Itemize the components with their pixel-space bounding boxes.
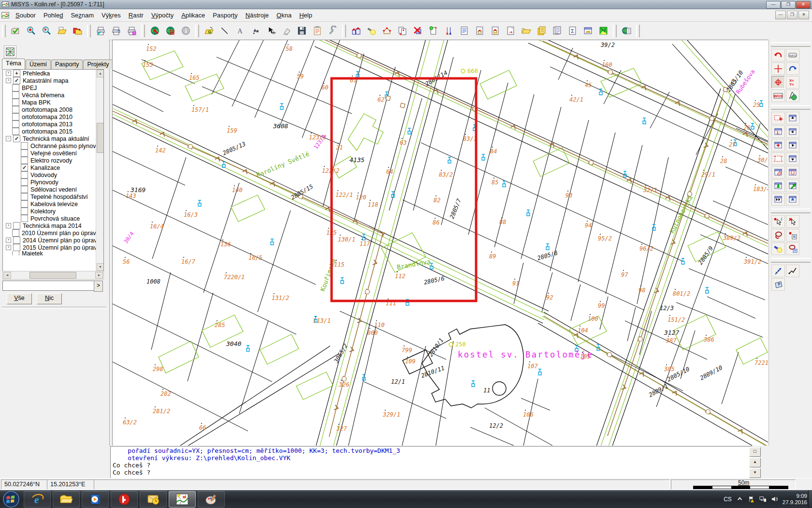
select-info-button[interactable]: i	[771, 215, 785, 228]
highlight-button[interactable]	[364, 24, 378, 38]
layer-row-elektro-rozvody[interactable]: Elektro rozvody	[3, 157, 96, 164]
layer-row-mapa-bpk[interactable]: Mapa BPK	[3, 99, 96, 106]
layer-checkbox[interactable]	[12, 251, 19, 255]
tree-vertical-scrollbar[interactable]: ▲ ▼	[96, 70, 103, 271]
layer-checkbox[interactable]	[12, 113, 19, 120]
redo-button[interactable]	[786, 62, 799, 75]
info-box-button[interactable]: INFO	[786, 49, 799, 61]
taskbar-clock[interactable]: 9:09 27.9.2016	[783, 493, 807, 506]
flash-view-button[interactable]	[771, 152, 785, 165]
layer-row-katastr-ln-mapa[interactable]: +✓Katastrální mapa	[3, 77, 96, 84]
tree-expander-icon[interactable]: +	[6, 71, 11, 76]
open-drawing-button[interactable]	[55, 24, 69, 38]
layer-row-ve-ejn-osv-tlen-[interactable]: Veřejné osvětlení	[3, 149, 96, 157]
open-project-button[interactable]	[8, 24, 23, 38]
clipboard-button[interactable]	[310, 24, 324, 38]
parcel-stamp-button[interactable]: P	[771, 278, 785, 291]
tree-view-button[interactable]	[771, 179, 785, 192]
center-target-button[interactable]	[771, 76, 785, 89]
hidden-icons-icon[interactable]	[736, 495, 743, 503]
command-console[interactable]: pořadí souřadnic=YX; přesnost=cm; měřítk…	[110, 446, 752, 478]
print-draw-button[interactable]	[93, 24, 108, 38]
globe-grid-button[interactable]	[163, 24, 177, 38]
erase-button[interactable]	[279, 24, 293, 38]
tree-expander-icon[interactable]: +	[6, 223, 11, 228]
layer-row-ortofotomapa-2008[interactable]: ortofotomapa 2008	[3, 106, 96, 113]
layer-checkbox[interactable]	[12, 229, 19, 237]
layer-tree[interactable]: ++Přehledka+✓Katastrální mapaBPEJVěcná b…	[2, 69, 104, 271]
menu-v-po-ty[interactable]: Výpočty	[147, 10, 177, 20]
console-scroll-up[interactable]: ▲	[749, 458, 761, 467]
up-view-button[interactable]	[786, 193, 799, 206]
taskbar-outlook-button[interactable]	[140, 491, 167, 508]
layer-row-technick-mapa-2014[interactable]: +Technická mapa 2014	[3, 222, 96, 229]
menu-rastr[interactable]: Rastr	[125, 10, 147, 20]
flash-select-button[interactable]	[771, 242, 785, 255]
web-map-button[interactable]	[619, 24, 634, 38]
layer-row-technick-mapa-aktu-ln-[interactable]: −✓Technická mapa aktuální	[3, 135, 96, 142]
taskbar-explorer-button[interactable]	[53, 491, 80, 508]
tab-tema[interactable]: Téma	[2, 59, 25, 69]
undo-button[interactable]	[771, 49, 785, 61]
layer-row-2015-zemn-pl-n-po-prav-a-v[interactable]: +2015 Územní plán po úpravě a v	[3, 244, 96, 251]
tools-button[interactable]	[441, 24, 456, 38]
show-desktop-button[interactable]	[808, 490, 812, 508]
tree-expander-icon[interactable]: −	[6, 136, 11, 141]
settings-button[interactable]	[325, 24, 340, 38]
map-canvas[interactable]: 660250 61626364585960152153165157/115914…	[112, 40, 768, 446]
layer-checkbox[interactable]	[13, 237, 20, 244]
doc-list-button[interactable]	[457, 24, 471, 38]
window-copy-button[interactable]	[580, 24, 595, 38]
tree-expander-icon[interactable]: +	[6, 78, 11, 83]
layer-row-kanalizace[interactable]: ✓Kanalizace	[3, 164, 96, 171]
green-arrow-button[interactable]	[786, 179, 799, 192]
scale-button[interactable]: 1:	[771, 125, 785, 138]
select-all-button[interactable]: Vše	[7, 293, 32, 304]
network-icon[interactable]	[759, 495, 767, 503]
restore-button[interactable]: ❐	[781, 1, 796, 9]
layer-row-sd-lovac-veden-[interactable]: Sdělovací vedení	[3, 186, 96, 193]
pan-left-button[interactable]	[786, 125, 799, 138]
pan-down-button[interactable]	[786, 152, 799, 165]
tag-button[interactable]	[426, 24, 440, 38]
measure-button[interactable]	[771, 265, 785, 277]
overview-map-button[interactable]	[4, 45, 16, 58]
start-button[interactable]	[2, 491, 20, 508]
delete-x-button[interactable]	[410, 24, 425, 38]
draw-line-button[interactable]	[217, 24, 232, 38]
catalog-button[interactable]	[550, 24, 564, 38]
move-element-button[interactable]	[263, 24, 278, 38]
tab-projekty[interactable]: Projekty	[83, 60, 113, 69]
draw-text-button[interactable]: A	[232, 24, 247, 38]
print-button[interactable]	[109, 24, 123, 38]
menu-help[interactable]: Help	[295, 10, 316, 20]
globe-info-button[interactable]: i	[178, 24, 193, 38]
copy-sheet-button[interactable]	[395, 24, 409, 38]
wipe-view-button[interactable]	[771, 166, 785, 179]
layer-row-ochrann-p-smo-plynovodu[interactable]: Ochranné pásmo plynovodu	[3, 142, 96, 149]
layer-checkbox[interactable]	[12, 128, 19, 135]
layer-row-plynovody[interactable]: Plynovody	[3, 179, 96, 186]
sum-button[interactable]: Σ	[565, 24, 580, 38]
layer-checkbox[interactable]: ✓	[13, 135, 20, 142]
layer-checkbox[interactable]	[21, 215, 28, 222]
layer-checkbox[interactable]	[21, 149, 28, 157]
select-cancel-button[interactable]	[786, 215, 799, 228]
scroll-left-arrow[interactable]: ◄	[3, 272, 11, 279]
lasso-button[interactable]	[771, 229, 785, 241]
pan-right-button[interactable]	[786, 139, 799, 151]
menu-pasporty[interactable]: Pasporty	[209, 10, 241, 20]
layer-row-tepeln-hospod-stv-[interactable]: Tepelné hospodářství	[3, 193, 96, 200]
menu-v-kres[interactable]: Výkres	[98, 10, 125, 20]
lasso-form-button[interactable]	[786, 242, 799, 255]
mdi-minimize-button[interactable]: —	[775, 11, 786, 19]
print-preview-button[interactable]	[124, 24, 139, 38]
layer-checkbox[interactable]	[13, 244, 20, 251]
language-indicator[interactable]: CS	[724, 496, 732, 503]
zoom-detail-button[interactable]	[39, 24, 54, 38]
zoom-window-button[interactable]	[771, 112, 785, 124]
layer-row-2010-zemn-pl-n-po-prav-a-v[interactable]: 2010 Územní plán po úpravě a v	[3, 229, 96, 237]
layer-row-ortofotomapa-2010[interactable]: ortofotomapa 2010	[3, 113, 96, 120]
tree-horizontal-scrollbar[interactable]: ◄ ►	[2, 271, 104, 280]
file-manager-button[interactable]	[70, 24, 85, 38]
